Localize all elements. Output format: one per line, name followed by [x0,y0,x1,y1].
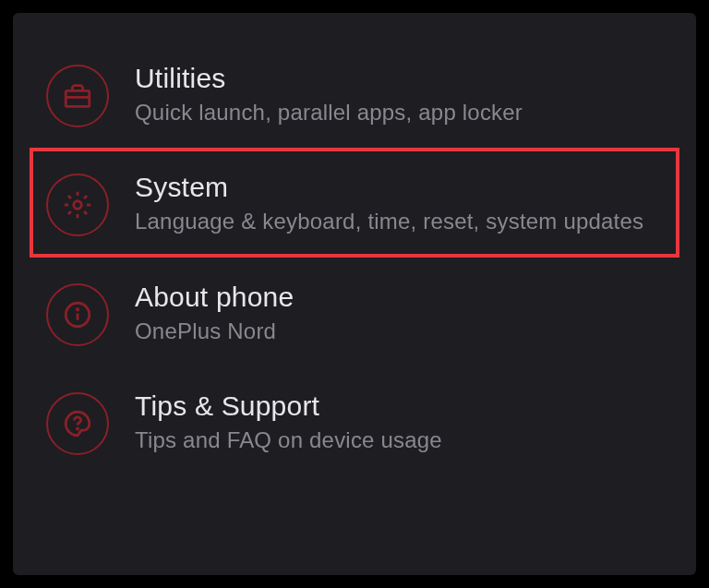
info-icon [46,283,109,346]
item-title: System [135,172,663,203]
svg-point-5 [77,308,78,309]
item-title: About phone [135,282,663,313]
svg-point-6 [77,428,78,429]
settings-item-utilities[interactable]: Utilities Quick launch, parallel apps, a… [13,39,696,148]
settings-item-system[interactable]: System Language & keyboard, time, reset,… [30,148,679,257]
item-subtitle: Language & keyboard, time, reset, system… [135,207,663,236]
item-title: Utilities [135,63,663,94]
help-icon [46,392,109,455]
settings-item-about-phone[interactable]: About phone OnePlus Nord [13,258,696,366]
item-subtitle: Quick launch, parallel apps, app locker [135,98,663,127]
item-text: About phone OnePlus Nord [135,278,663,346]
gear-icon [46,174,109,236]
svg-rect-0 [66,90,90,106]
item-text: Tips & Support Tips and FAQ on device us… [135,387,663,455]
item-text: System Language & keyboard, time, reset,… [135,168,663,236]
item-subtitle: OnePlus Nord [135,317,663,346]
item-subtitle: Tips and FAQ on device usage [135,426,663,455]
item-title: Tips & Support [135,390,663,422]
svg-point-2 [74,201,82,210]
settings-panel: Utilities Quick launch, parallel apps, a… [13,13,696,575]
settings-item-tips-support[interactable]: Tips & Support Tips and FAQ on device us… [13,366,696,475]
item-text: Utilities Quick launch, parallel apps, a… [135,59,663,127]
briefcase-icon [46,65,109,127]
